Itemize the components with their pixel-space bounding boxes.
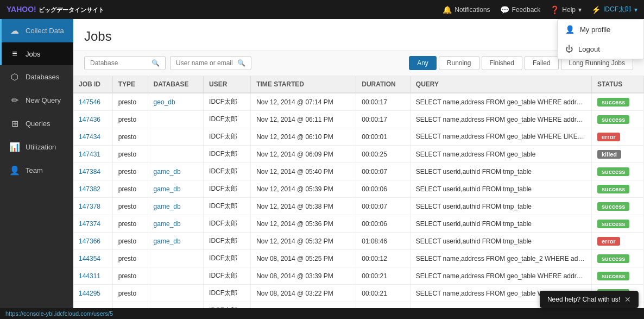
cell-database <box>148 250 203 267</box>
chat-close-icon[interactable]: ✕ <box>624 295 631 304</box>
database-link[interactable]: game_db <box>154 220 181 228</box>
cell-job-id: 147378 <box>73 198 112 215</box>
table-row: 147366 presto game_db IDCF太郎 Nov 12, 201… <box>73 233 644 250</box>
logout-item[interactable]: ⏻ Logout <box>558 39 643 59</box>
cell-job-id: 147382 <box>73 180 112 198</box>
cell-status: success <box>591 198 643 215</box>
status-badge: success <box>597 115 629 124</box>
user-input[interactable] <box>176 59 235 67</box>
sidebar-item-utilization[interactable]: 📊 Utilization <box>0 135 73 159</box>
sidebar-queries-label: Queries <box>26 120 50 128</box>
cell-query: SELECT name,address FROM geo_table WHERE… <box>410 267 591 285</box>
cell-status: error <box>591 128 643 146</box>
cell-user: IDCF太郎 <box>204 267 251 285</box>
cell-type: presto <box>112 285 148 302</box>
my-profile-label: My profile <box>580 26 610 34</box>
table-row: 147434 presto IDCF太郎 Nov 12, 2014 @ 06:1… <box>73 128 644 146</box>
col-query: QUERY <box>410 76 591 93</box>
job-id-link[interactable]: 147431 <box>79 151 100 158</box>
user-label: IDCF太郎 <box>603 5 632 14</box>
cell-database: game_db <box>148 215 203 233</box>
status-failed-btn[interactable]: Failed <box>525 56 559 70</box>
database-link[interactable]: game_db <box>154 168 181 176</box>
cell-time: Nov 12, 2014 @ 05:38 PM <box>251 198 356 215</box>
status-badge: success <box>597 272 629 280</box>
status-finished-btn[interactable]: Finished <box>482 56 522 70</box>
job-id-link[interactable]: 144311 <box>79 272 100 280</box>
edit-icon: ✏ <box>9 95 20 105</box>
col-database: DATABASE <box>148 76 203 93</box>
sidebar-item-databases[interactable]: ⬡ Databases <box>0 65 73 89</box>
main-layout: ☁ Collect Data ≡ Jobs ⬡ Databases ✏ New … <box>0 19 644 319</box>
table-row: 147436 presto IDCF太郎 Nov 12, 2014 @ 06:1… <box>73 111 644 128</box>
database-link[interactable]: geo_db <box>154 98 175 106</box>
cell-time: Nov 12, 2014 @ 06:10 PM <box>251 128 356 146</box>
database-icon: ⬡ <box>9 72 20 82</box>
my-profile-item[interactable]: 👤 My profile <box>558 20 643 39</box>
status-running-btn[interactable]: Running <box>439 56 479 70</box>
cell-time: Nov 08, 2014 @ 05:25 PM <box>251 250 356 267</box>
status-badge: error <box>597 133 620 141</box>
feedback-nav-item[interactable]: 💬 Feedback <box>500 5 541 14</box>
cell-status: success <box>591 93 643 111</box>
sidebar-databases-label: Databases <box>26 73 59 81</box>
cell-user: IDCF太郎 <box>204 215 251 233</box>
cell-database <box>148 285 203 302</box>
cell-time: Nov 12, 2014 @ 05:36 PM <box>251 215 356 233</box>
status-badge: error <box>597 237 620 246</box>
status-badge: success <box>597 202 629 211</box>
cell-time: Nov 08, 2014 @ 03:22 PM <box>251 285 356 302</box>
job-id-link[interactable]: 147384 <box>79 168 100 176</box>
table-row: 147378 presto game_db IDCF太郎 Nov 12, 201… <box>73 198 644 215</box>
sidebar-item-collect-data[interactable]: ☁ Collect Data <box>0 19 73 42</box>
feedback-icon: 💬 <box>500 5 509 14</box>
cell-duration: 00:00:25 <box>356 146 411 163</box>
sidebar-item-team[interactable]: 👤 Team <box>0 159 73 182</box>
top-nav-left: YAHOO! ビッグデータインサイト <box>7 5 104 14</box>
status-badge: success <box>597 167 629 176</box>
top-navigation: YAHOO! ビッグデータインサイト 🔔 Notifications 💬 Fee… <box>0 0 644 19</box>
yahoo-logo: YAHOO! ビッグデータインサイト <box>7 5 104 14</box>
cell-time: Nov 12, 2014 @ 05:40 PM <box>251 163 356 180</box>
sidebar-jobs-label: Jobs <box>26 50 40 58</box>
job-id-link[interactable]: 147374 <box>79 220 100 228</box>
status-any-btn[interactable]: Any <box>409 56 437 70</box>
sidebar: ☁ Collect Data ≡ Jobs ⬡ Databases ✏ New … <box>0 19 73 319</box>
cell-job-id: 147546 <box>73 93 112 111</box>
cell-duration: 00:00:21 <box>356 267 411 285</box>
table-row: 147382 presto game_db IDCF太郎 Nov 12, 201… <box>73 180 644 198</box>
cell-duration: 00:00:07 <box>356 163 411 180</box>
database-link[interactable]: game_db <box>154 237 181 245</box>
job-id-link[interactable]: 147436 <box>79 116 100 123</box>
job-id-link[interactable]: 147366 <box>79 237 100 245</box>
database-link[interactable]: game_db <box>154 185 181 193</box>
main-content: Jobs New Query 🔍 🔍 Any Running Finished … <box>73 19 644 319</box>
cell-duration: 00:00:12 <box>356 250 411 267</box>
notifications-nav-item[interactable]: 🔔 Notifications <box>443 5 490 14</box>
database-filter[interactable]: 🔍 <box>84 56 166 70</box>
cell-database <box>148 267 203 285</box>
cell-job-id: 147434 <box>73 128 112 146</box>
job-id-link[interactable]: 147378 <box>79 203 100 210</box>
job-id-link[interactable]: 147382 <box>79 185 100 193</box>
sidebar-item-new-query[interactable]: ✏ New Query <box>0 89 73 112</box>
job-id-link[interactable]: 144354 <box>79 255 100 262</box>
cell-time: Nov 12, 2014 @ 06:09 PM <box>251 146 356 163</box>
chat-label: Need help? Chat with us! <box>547 296 620 303</box>
profile-icon: 👤 <box>565 25 574 34</box>
database-link[interactable]: game_db <box>154 203 181 210</box>
database-input[interactable] <box>90 59 149 67</box>
user-nav-item[interactable]: ⚡ IDCF太郎 ▾ <box>591 5 637 14</box>
user-filter[interactable]: 🔍 <box>170 56 251 70</box>
job-id-link[interactable]: 144295 <box>79 290 100 297</box>
job-id-link[interactable]: 147434 <box>79 133 100 141</box>
help-nav-item[interactable]: ❓ Help ▾ <box>550 5 582 14</box>
chart-icon: 📊 <box>9 142 20 152</box>
status-badge: success <box>597 254 629 263</box>
sidebar-item-jobs[interactable]: ≡ Jobs <box>0 42 73 65</box>
job-id-link[interactable]: 147546 <box>79 98 100 106</box>
sidebar-item-queries[interactable]: ⊞ Queries <box>0 112 73 135</box>
cell-time: Nov 12, 2014 @ 06:11 PM <box>251 111 356 128</box>
user-chevron-icon: ▾ <box>634 6 637 14</box>
cell-query: SELECT name,address FROM geo_table WHERE… <box>410 128 591 146</box>
